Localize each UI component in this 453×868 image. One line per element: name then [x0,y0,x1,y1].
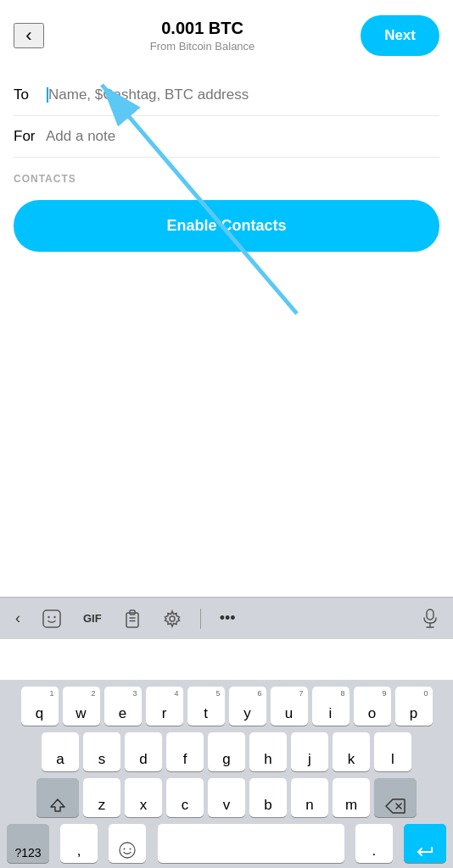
keyboard: 1q2w3e4r5t6y7u8i9o0p asdfghjkl zxcvbnm ?… [0,680,453,868]
numbers-key-label: ?123 [14,846,41,860]
delete-icon [385,798,405,814]
svg-rect-10 [427,609,433,620]
mic-toolbar-button[interactable] [416,605,445,632]
to-input[interactable] [48,86,439,103]
svg-point-9 [170,616,175,621]
keyboard-row-2: asdfghjkl [3,732,450,771]
back-button[interactable]: ‹ [14,23,44,48]
key-h[interactable]: h [249,732,287,771]
svg-point-4 [53,615,55,617]
key-z[interactable]: z [83,778,120,817]
key-j[interactable]: j [291,732,328,771]
clipboard-toolbar-button[interactable] [117,606,148,632]
key-l[interactable]: l [374,732,411,771]
emoji-icon [42,609,61,628]
key-m[interactable]: m [333,778,370,817]
for-field-row: For [14,116,439,158]
key-e[interactable]: 3e [104,687,142,726]
key-b[interactable]: b [249,778,287,817]
key-p[interactable]: 0p [395,687,433,726]
more-toolbar-button[interactable]: ••• [213,606,243,631]
key-q[interactable]: 1q [21,687,59,726]
key-x[interactable]: x [125,778,162,817]
form-area: To For [0,64,453,158]
for-input[interactable] [46,128,439,145]
delete-key[interactable] [374,778,417,817]
keyboard-row-1: 1q2w3e4r5t6y7u8i9o0p [3,687,450,726]
toolbar-divider [200,609,201,629]
gif-toolbar-button[interactable]: GIF [76,609,109,628]
key-a[interactable]: a [42,732,79,771]
enable-contacts-button[interactable]: Enable Contacts [14,200,439,252]
keyboard-row-3: zxcvbnm [3,778,450,817]
key-t[interactable]: 5t [187,687,225,726]
key-d[interactable]: d [125,732,162,771]
keyboard-row-4: ?123, . [3,824,450,863]
key-y[interactable]: 6y [229,687,266,726]
header-title: 0.001 BTC [44,19,361,38]
header-subtitle: From Bitcoin Balance [44,40,361,53]
key-s[interactable]: s [83,732,120,771]
dot-key[interactable]: . [355,824,393,863]
key-f[interactable]: f [166,732,204,771]
gear-icon [163,609,182,628]
key-i[interactable]: 8i [312,687,350,726]
svg-point-17 [130,849,131,850]
to-label: To [14,86,46,103]
app-header: ‹ 0.001 BTC From Bitcoin Balance Next [0,0,453,64]
key-n[interactable]: n [291,778,328,817]
svg-point-15 [120,843,135,858]
settings-toolbar-button[interactable] [156,606,188,632]
key-v[interactable]: v [208,778,245,817]
clipboard-icon [124,609,141,628]
mic-icon [422,609,438,629]
numbers-key[interactable]: ?123 [7,824,49,863]
next-button[interactable]: Next [361,15,439,56]
return-icon [416,844,434,860]
svg-rect-2 [43,610,60,627]
key-w[interactable]: 2w [63,687,100,726]
svg-point-16 [124,849,126,850]
key-c[interactable]: c [166,778,204,817]
for-label: For [14,128,46,145]
space-key[interactable] [158,824,344,863]
smiley-icon [118,841,137,860]
shift-key[interactable] [36,778,79,817]
emoji-key[interactable] [109,824,146,863]
contacts-section-label: CONTACTS [0,158,453,193]
header-center: 0.001 BTC From Bitcoin Balance [44,19,361,53]
key-g[interactable]: g [208,732,245,771]
return-key[interactable] [404,824,446,863]
key-k[interactable]: k [333,732,370,771]
shift-icon [49,797,66,814]
svg-point-3 [48,615,49,617]
emoji-toolbar-button[interactable] [36,606,68,632]
keyboard-toolbar: ‹ GIF ••• [0,597,453,639]
keyboard-back-button[interactable]: ‹ [8,606,27,631]
key-r[interactable]: 4r [146,687,183,726]
key-o[interactable]: 9o [354,687,391,726]
to-field-row: To [14,75,439,116]
comma-key[interactable]: , [60,824,98,863]
key-u[interactable]: 7u [271,687,308,726]
